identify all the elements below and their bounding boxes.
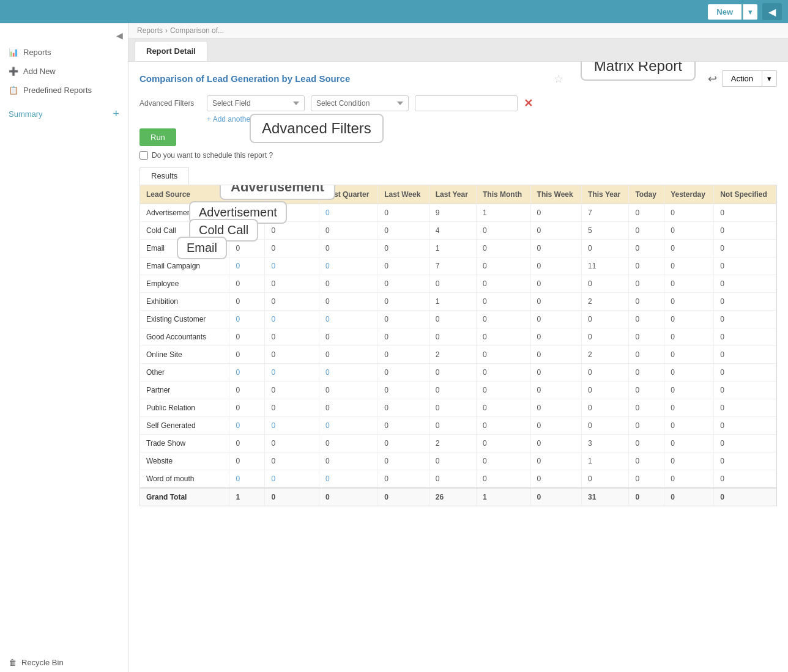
advertisement-callout: Advertisement <box>220 185 335 200</box>
breadcrumb-reports[interactable]: Reports <box>137 26 163 35</box>
table-row: Email Campaign000070011000 <box>140 257 776 275</box>
table-row: Self Generated00000000000 <box>140 417 776 435</box>
col-last-week: Last Week <box>378 185 429 204</box>
col-today: Today <box>629 185 664 204</box>
table-row: Trade Show00002003000 <box>140 435 776 452</box>
table-row: Public Relation00000000000 <box>140 399 776 417</box>
table-row: Exhibition00001002000 <box>140 293 776 311</box>
schedule-checkbox[interactable] <box>139 151 148 160</box>
results-table-container: Lead Source Advertisement Count Last Mon… <box>139 185 777 506</box>
results-tab[interactable]: Results <box>139 167 189 185</box>
report-title: Comparison of Lead Generation by Lead So… <box>139 73 350 84</box>
table-row: Online Site00002002000 <box>140 346 776 364</box>
table-row: EmailEmail00001000000 <box>140 240 776 257</box>
run-button[interactable]: Run <box>139 128 176 146</box>
matrix-report-callout: Matrix Report <box>581 62 696 81</box>
summary-add-button[interactable]: + <box>113 108 119 119</box>
advanced-filters-callout: Advanced Filters <box>250 114 384 143</box>
sidebar-item-predefined[interactable]: 📋 Predefined Reports <box>0 81 128 100</box>
filter-remove-button[interactable]: ✕ <box>524 97 533 110</box>
table-row: Employee00000000000 <box>140 275 776 293</box>
add-new-icon: ➕ <box>9 67 18 76</box>
grand-total-row: Grand Total1000261031000 <box>140 488 776 506</box>
star-button[interactable]: ☆ <box>554 72 563 86</box>
col-this-week: This Week <box>530 185 582 204</box>
table-row: Existing Customer00000000000 <box>140 311 776 328</box>
table-row: Cold CallCold Call00004005000 <box>140 222 776 240</box>
table-row: Good Accountants00000000000 <box>140 328 776 346</box>
breadcrumb-current: Comparison of... <box>170 26 224 35</box>
col-this-month: This Month <box>477 185 531 204</box>
col-this-year: This Year <box>582 185 629 204</box>
sidebar-item-add-new[interactable]: ➕ Add New <box>0 62 128 81</box>
new-button[interactable]: New <box>708 4 742 20</box>
col-yesterday: Yesterday <box>664 185 714 204</box>
col-last-year: Last Year <box>429 185 476 204</box>
select-condition-dropdown[interactable]: Select Condition <box>311 95 409 111</box>
back-button[interactable]: ◀ <box>762 3 782 20</box>
table-row: Word of mouth00000000000 <box>140 470 776 489</box>
table-row: Website00000001000 <box>140 452 776 470</box>
filters-label: Advanced Filters <box>139 99 201 108</box>
sidebar-item-recycle[interactable]: 🗑 Recycle Bin <box>0 653 128 672</box>
filter-value-input[interactable] <box>415 95 518 111</box>
action-dropdown-button[interactable]: ▾ <box>762 70 777 87</box>
reports-icon: 📊 <box>9 48 18 57</box>
breadcrumb-separator: › <box>165 26 168 35</box>
summary-label[interactable]: Summary <box>9 109 43 119</box>
new-dropdown-button[interactable]: ▾ <box>743 4 757 20</box>
back-arrow-button[interactable]: ↩ <box>708 72 717 86</box>
tab-report-detail[interactable]: Report Detail <box>135 41 207 61</box>
col-not-specified: Not Specified <box>714 185 776 204</box>
select-field-dropdown[interactable]: Select Field <box>207 95 305 111</box>
recycle-bin-icon: 🗑 <box>9 658 17 667</box>
table-row: Partner00000000000 <box>140 382 776 399</box>
predefined-reports-icon: 📋 <box>9 86 18 95</box>
table-row: Other00000000000 <box>140 364 776 382</box>
schedule-label: Do you want to schedule this report ? <box>152 151 273 160</box>
action-button[interactable]: Action <box>722 70 762 87</box>
sidebar-collapse-button[interactable]: ◀ <box>116 31 123 40</box>
sidebar-item-reports[interactable]: 📊 Reports <box>0 43 128 62</box>
